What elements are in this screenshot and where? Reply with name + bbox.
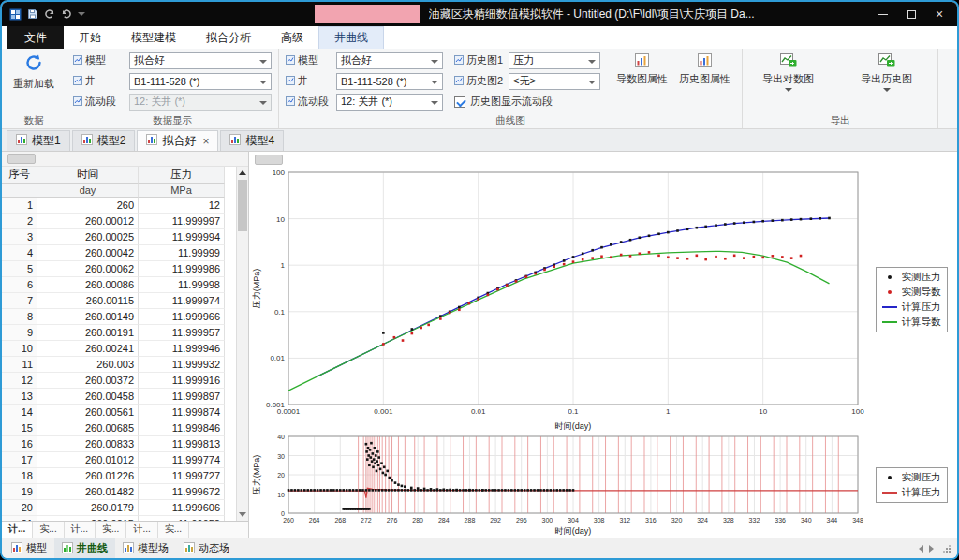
table-cell[interactable]: 260.0215 (37, 516, 139, 521)
table-row[interactable]: 9260.0019111.999957 (2, 325, 235, 341)
derivative-plot-properties-button[interactable]: 导数图属性 (612, 52, 672, 88)
field-select[interactable]: 12: 关井 (*) (336, 94, 443, 111)
table-cell[interactable]: 4 (2, 245, 37, 261)
table-cell[interactable]: 260.00025 (37, 229, 139, 245)
table-cell[interactable]: 8 (2, 309, 37, 325)
table-row[interactable]: 19260.0148211.999672 (2, 484, 235, 500)
table-row[interactable]: 10260.0024111.999946 (2, 341, 235, 357)
table-cell[interactable]: 260 (37, 198, 139, 214)
table-cell[interactable]: 6 (2, 277, 37, 293)
tab-scroll-right-icon[interactable] (929, 545, 934, 553)
table-cell[interactable]: 13 (2, 389, 37, 405)
table-cell[interactable]: 260.00685 (37, 420, 139, 436)
minimize-button[interactable] (869, 4, 897, 24)
table-scrollbar[interactable] (236, 167, 248, 521)
undo-icon[interactable] (44, 8, 55, 20)
field-select[interactable]: B1-111-528 (*) (129, 73, 272, 90)
table-cell[interactable]: 20 (2, 500, 37, 516)
table-row[interactable]: 16260.0083311.999813 (2, 436, 235, 452)
table-row[interactable]: 4260.0004211.99999 (2, 245, 235, 261)
table-cell[interactable]: 11 (2, 357, 37, 373)
table-row[interactable]: 12260.0037211.999916 (2, 373, 235, 389)
table-row[interactable]: 11260.00311.999932 (2, 357, 235, 373)
column-header[interactable]: 压力 (139, 167, 225, 184)
doc-tab[interactable]: 模型2 (72, 130, 136, 151)
table-cell[interactable]: 12 (2, 373, 37, 389)
table-cell[interactable]: 21 (2, 516, 37, 521)
export-loglog-button[interactable]: 导出对数图 (758, 52, 819, 113)
statusbar-item[interactable]: 动态场 (176, 538, 237, 558)
table-cell[interactable]: 9 (2, 325, 37, 341)
table-row[interactable]: 8260.0014911.999966 (2, 309, 235, 325)
table-cell[interactable]: 260.00191 (37, 325, 139, 341)
table-row[interactable]: 15260.0068511.999846 (2, 420, 235, 436)
statusbar-item[interactable]: 模型场 (115, 538, 176, 558)
table-cell[interactable]: 11.99952 (139, 516, 225, 521)
table-row[interactable]: 14260.0056111.999874 (2, 405, 235, 420)
table-cell[interactable]: 260.00833 (37, 436, 139, 452)
table-row[interactable]: 6260.0008611.99998 (2, 277, 235, 293)
reload-button[interactable]: 重新加载 (8, 52, 59, 113)
statusbar-item[interactable]: 模型 (4, 538, 54, 558)
table-cell[interactable]: 11.999606 (139, 500, 225, 516)
table-row[interactable]: 7260.0011511.999974 (2, 293, 235, 309)
ribbon-tab[interactable]: 开始 (64, 26, 116, 49)
ribbon-tab[interactable]: 井曲线 (318, 26, 384, 49)
table-cell[interactable]: 3 (2, 229, 37, 245)
field-select[interactable]: <无> (509, 73, 600, 90)
history-flow-checkbox-row[interactable]: 历史图显示流动段 (454, 93, 600, 111)
table-cell[interactable]: 11.999846 (139, 420, 225, 436)
field-select[interactable]: B1-111-528 (*) (336, 73, 443, 90)
panel-selector[interactable] (7, 154, 36, 164)
table-row[interactable]: 13260.0045811.999897 (2, 389, 235, 405)
table-row[interactable]: 2260.0001211.999997 (2, 214, 235, 229)
table-cell[interactable]: 11.999974 (139, 293, 225, 309)
table-cell[interactable]: 260.00458 (37, 389, 139, 405)
table-cell[interactable]: 17 (2, 452, 37, 468)
table-cell[interactable]: 11.999727 (139, 468, 225, 484)
data-series-tab[interactable]: 计... (2, 522, 33, 538)
scroll-up-icon[interactable] (237, 167, 248, 179)
column-header[interactable]: 序号 (2, 167, 37, 184)
table-cell[interactable]: 260.01226 (37, 468, 139, 484)
tab-scroll-left-icon[interactable] (919, 545, 923, 553)
doc-tab[interactable]: 模型4 (220, 130, 284, 151)
table-cell[interactable]: 260.00241 (37, 341, 139, 357)
table-cell[interactable]: 5 (2, 261, 37, 277)
table-cell[interactable]: 11.999672 (139, 484, 225, 500)
scroll-down-icon[interactable] (239, 512, 246, 517)
table-cell[interactable]: 260.00561 (37, 405, 139, 420)
table-cell[interactable]: 260.01482 (37, 484, 139, 500)
table-cell[interactable]: 260.00115 (37, 293, 139, 309)
data-series-tab[interactable]: 实... (158, 522, 189, 538)
table-row[interactable]: 20260.017911.999606 (2, 500, 235, 516)
table-row[interactable]: 21260.021511.99952 (2, 516, 235, 521)
table-cell[interactable]: 16 (2, 436, 37, 452)
chart-selector[interactable] (255, 155, 283, 165)
table-cell[interactable]: 10 (2, 341, 37, 357)
table-cell[interactable]: 14 (2, 405, 37, 420)
table-cell[interactable]: 11.999813 (139, 436, 225, 452)
data-series-tab[interactable]: 计... (126, 522, 157, 538)
ribbon-tab[interactable]: 拟合分析 (191, 26, 266, 49)
save-icon[interactable] (27, 8, 38, 20)
table-cell[interactable]: 260.00062 (37, 261, 139, 277)
table-row[interactable]: 18260.0122611.999727 (2, 468, 235, 484)
field-select[interactable]: 拟合好 (336, 52, 443, 69)
table-row[interactable]: 3260.0002511.999994 (2, 229, 235, 245)
data-series-tab[interactable]: 计... (65, 522, 96, 538)
table-row[interactable]: 17260.0101211.999774 (2, 452, 235, 468)
table-cell[interactable]: 19 (2, 484, 37, 500)
field-select[interactable]: 压力 (509, 52, 600, 69)
close-tab-icon[interactable]: × (202, 135, 209, 148)
table-cell[interactable]: 260.0179 (37, 500, 139, 516)
table-cell[interactable]: 11.999916 (139, 373, 225, 389)
table-cell[interactable]: 18 (2, 468, 37, 484)
data-series-tab[interactable]: 实... (96, 522, 126, 538)
table-cell[interactable]: 260.00372 (37, 373, 139, 389)
ribbon-tab[interactable]: 高级 (266, 26, 318, 49)
ribbon-tab[interactable]: 文件 (7, 26, 64, 49)
history-chart[interactable]: 2602642682722762802842882922963003043083… (249, 433, 867, 538)
table-cell[interactable]: 260.00042 (37, 245, 139, 261)
loglog-chart[interactable]: 0.00010.0010.010.11101000.0010.010.11101… (249, 167, 867, 433)
